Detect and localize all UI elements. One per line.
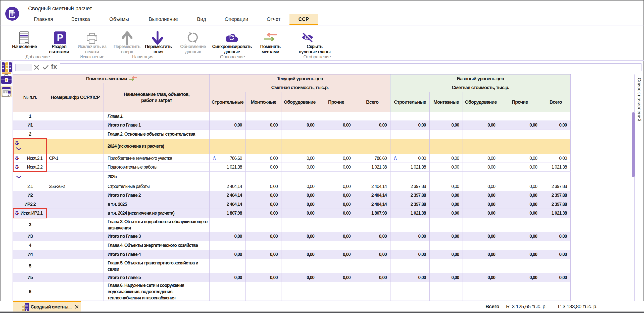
svg-text:P: P [57,32,63,43]
